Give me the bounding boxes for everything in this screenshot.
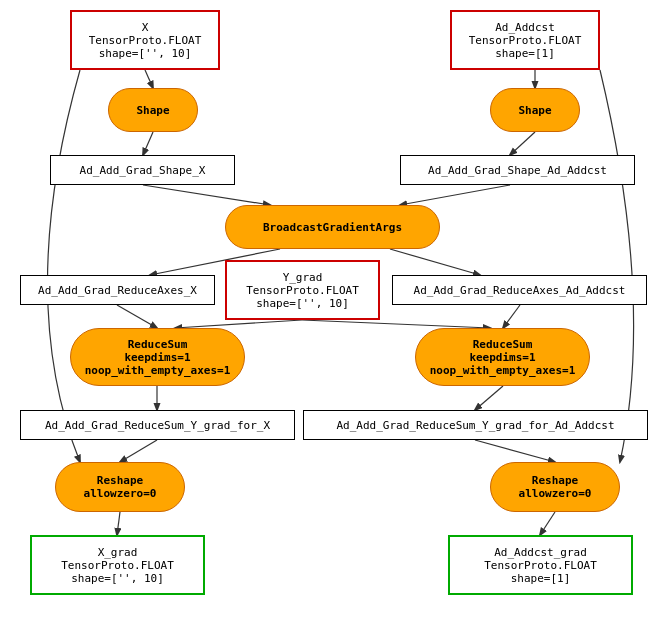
node-ad-addcst-line1: Ad_Addcst xyxy=(469,21,582,34)
node-ad-add-grad-reduce-axes-x: Ad_Add_Grad_ReduceAxes_X xyxy=(20,275,215,305)
node-shape-right: Shape xyxy=(490,88,580,132)
node-reducesum-left: ReduceSum keepdims=1 noop_with_empty_axe… xyxy=(70,328,245,386)
node-x-grad-line2: TensorProto.FLOAT xyxy=(61,559,174,572)
node-bga-label: BroadcastGradientArgs xyxy=(263,221,402,234)
svg-line-16 xyxy=(117,512,120,535)
node-reshape-right: Reshape allowzero=0 xyxy=(490,462,620,512)
node-ad-addcst-line3: shape=[1] xyxy=(469,47,582,60)
node-x-grad-line1: X_grad xyxy=(61,546,174,559)
node-reducesum-y-grad-x-label: Ad_Add_Grad_ReduceSum_Y_grad_for_X xyxy=(45,419,270,432)
node-y-grad-line3: shape=['', 10] xyxy=(246,297,359,310)
node-reducesum-l-line1: ReduceSum xyxy=(85,338,231,351)
node-ad-addcst-grad-line1: Ad_Addcst_grad xyxy=(484,546,597,559)
node-reshape-left: Reshape allowzero=0 xyxy=(55,462,185,512)
svg-line-3 xyxy=(510,132,535,155)
node-reducesum-r-line1: ReduceSum xyxy=(430,338,576,351)
svg-line-13 xyxy=(475,386,503,410)
node-ad-add-grad-shape-x: Ad_Add_Grad_Shape_X xyxy=(50,155,235,185)
node-reduce-axes-x-label: Ad_Add_Grad_ReduceAxes_X xyxy=(38,284,197,297)
node-X-line1: X xyxy=(89,21,202,34)
node-reducesum-y-grad-ad-addcst: Ad_Add_Grad_ReduceSum_Y_grad_for_Ad_Addc… xyxy=(303,410,648,440)
svg-line-17 xyxy=(540,512,555,535)
svg-line-2 xyxy=(143,132,153,155)
node-broadcast-gradient-args: BroadcastGradientArgs xyxy=(225,205,440,249)
node-shape-right-label: Shape xyxy=(518,104,551,117)
node-reducesum-l-line2: keepdims=1 xyxy=(85,351,231,364)
node-ad-add-grad-shape-x-label: Ad_Add_Grad_Shape_X xyxy=(80,164,206,177)
svg-line-15 xyxy=(475,440,555,462)
svg-line-5 xyxy=(400,185,510,205)
node-reducesum-r-line3: noop_with_empty_axes=1 xyxy=(430,364,576,377)
svg-line-10 xyxy=(117,305,157,328)
node-x-grad: X_grad TensorProto.FLOAT shape=['', 10] xyxy=(30,535,205,595)
node-reshape-r-line1: Reshape xyxy=(519,474,592,487)
node-ad-add-grad-shape-ad-addcst-label: Ad_Add_Grad_Shape_Ad_Addcst xyxy=(428,164,607,177)
node-ad-addcst-grad: Ad_Addcst_grad TensorProto.FLOAT shape=[… xyxy=(448,535,633,595)
node-reshape-r-line2: allowzero=0 xyxy=(519,487,592,500)
node-ad-addcst: Ad_Addcst TensorProto.FLOAT shape=[1] xyxy=(450,10,600,70)
node-reducesum-y-grad-x: Ad_Add_Grad_ReduceSum_Y_grad_for_X xyxy=(20,410,295,440)
node-y-grad: Y_grad TensorProto.FLOAT shape=['', 10] xyxy=(225,260,380,320)
node-y-grad-line2: TensorProto.FLOAT xyxy=(246,284,359,297)
node-ad-add-grad-reduce-axes-ad-addcst: Ad_Add_Grad_ReduceAxes_Ad_Addcst xyxy=(392,275,647,305)
node-reducesum-l-line3: noop_with_empty_axes=1 xyxy=(85,364,231,377)
node-ad-addcst-line2: TensorProto.FLOAT xyxy=(469,34,582,47)
node-reshape-l-line1: Reshape xyxy=(84,474,157,487)
node-X-line2: TensorProto.FLOAT xyxy=(89,34,202,47)
node-X: X TensorProto.FLOAT shape=['', 10] xyxy=(70,10,220,70)
node-ad-addcst-grad-line2: TensorProto.FLOAT xyxy=(484,559,597,572)
node-reducesum-r-line2: keepdims=1 xyxy=(430,351,576,364)
svg-line-11 xyxy=(503,305,520,328)
node-reshape-l-line2: allowzero=0 xyxy=(84,487,157,500)
node-reducesum-y-grad-ad-addcst-label: Ad_Add_Grad_ReduceSum_Y_grad_for_Ad_Addc… xyxy=(336,419,614,432)
svg-line-4 xyxy=(143,185,270,205)
svg-line-7 xyxy=(390,249,480,275)
node-x-grad-line3: shape=['', 10] xyxy=(61,572,174,585)
svg-line-14 xyxy=(120,440,157,462)
node-X-line3: shape=['', 10] xyxy=(89,47,202,60)
node-reduce-axes-ad-addcst-label: Ad_Add_Grad_ReduceAxes_Ad_Addcst xyxy=(414,284,626,297)
node-shape-left-label: Shape xyxy=(136,104,169,117)
node-shape-left: Shape xyxy=(108,88,198,132)
node-y-grad-line1: Y_grad xyxy=(246,271,359,284)
node-ad-add-grad-shape-ad-addcst: Ad_Add_Grad_Shape_Ad_Addcst xyxy=(400,155,635,185)
node-ad-addcst-grad-line3: shape=[1] xyxy=(484,572,597,585)
svg-line-9 xyxy=(302,320,490,328)
graph-container: X TensorProto.FLOAT shape=['', 10] Ad_Ad… xyxy=(0,0,672,621)
svg-line-8 xyxy=(175,320,302,328)
node-reducesum-right: ReduceSum keepdims=1 noop_with_empty_axe… xyxy=(415,328,590,386)
svg-line-0 xyxy=(145,70,153,88)
